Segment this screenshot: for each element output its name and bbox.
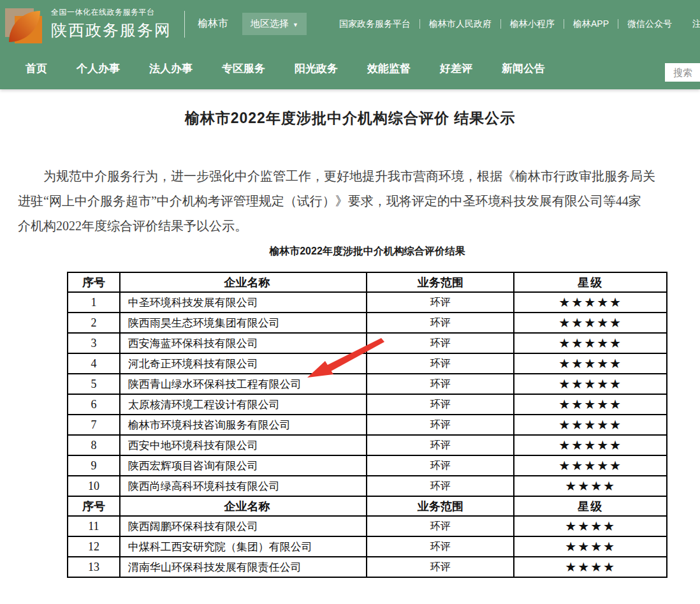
- cell-scope: 环评: [367, 435, 514, 455]
- link-city-government[interactable]: 榆林市人民政府: [429, 18, 492, 30]
- divider: [618, 19, 618, 29]
- cell-scope: 环评: [367, 333, 514, 353]
- table-row: 13渭南华山环保科技发展有限责任公司环评★★★★: [68, 557, 667, 577]
- brand-block: 全国一体化在线政务服务平台 陕西政务服务网: [51, 7, 171, 41]
- table-row: 8西安中地环境科技有限公司环评★★★★★: [68, 435, 667, 455]
- nav-item-rating[interactable]: 好差评: [425, 61, 487, 76]
- column-header-stars: 星级: [514, 272, 667, 292]
- region-select-button[interactable]: 地区选择▼: [242, 13, 307, 35]
- cell-company-name: 陕西宏辉项目咨询有限公司: [120, 455, 367, 476]
- cell-company-name: 中圣环境科技发展有限公司: [120, 292, 367, 313]
- table-row: 5陕西青山绿水环保科技工程有限公司环评★★★★★: [68, 374, 667, 394]
- current-city-label: 榆林市: [198, 17, 228, 31]
- cell-company-name: 太原核清环境工程设计有限公司: [120, 394, 367, 415]
- cell-star-rating: ★★★★: [514, 516, 667, 536]
- column-header-no: 序号: [68, 496, 120, 516]
- cell-company-name: 陕西雨昊生态环境集团有限公司: [120, 313, 367, 333]
- table-row: 6太原核清环境工程设计有限公司环评★★★★★: [68, 394, 667, 415]
- paragraph-line: 为规范中介服务行为，进一步强化中介监管工作，更好地提升我市营商环境，根据《榆林市…: [0, 164, 700, 189]
- cell-company-name: 河北奇正环境科技有限公司: [120, 353, 367, 374]
- cell-star-rating: ★★★★: [514, 476, 667, 496]
- cell-company-name: 陕西阔鹏环保科技有限公司: [120, 516, 367, 536]
- divider: [564, 19, 564, 29]
- rating-table-body: 序号企业名称业务范围星级1中圣环境科技发展有限公司环评★★★★★2陕西雨昊生态环…: [68, 272, 667, 577]
- cell-company-name: 陕西尚绿高科环境科技有限公司: [120, 476, 367, 496]
- vertical-divider: [184, 11, 185, 38]
- cell-row-number: 10: [68, 476, 120, 496]
- paragraph-line: 介机构2022年度综合评价结果予以公示。: [0, 214, 700, 239]
- rating-table: 序号企业名称业务范围星级1中圣环境科技发展有限公司环评★★★★★2陕西雨昊生态环…: [67, 272, 667, 578]
- divider: [419, 19, 420, 29]
- nav-item-corporate-services[interactable]: 法人办事: [135, 61, 207, 76]
- header-top-row: 全国一体化在线政务服务平台 陕西政务服务网 榆林市 地区选择▼ 国家政务服务平台…: [0, 0, 700, 48]
- cell-scope: 环评: [367, 313, 514, 333]
- cell-star-rating: ★★★★★: [514, 455, 667, 476]
- cell-star-rating: ★★★★★: [514, 353, 667, 374]
- chevron-down-icon: ▼: [293, 22, 298, 28]
- table-row: 9陕西宏辉项目咨询有限公司环评★★★★★: [68, 455, 667, 476]
- cell-row-number: 7: [68, 415, 120, 435]
- nav-item-home[interactable]: 首页: [11, 61, 62, 76]
- cell-scope: 环评: [367, 476, 514, 496]
- main-navigation: 首页 个人办事 法人办事 专区服务 阳光政务 效能监督 好差评 新闻公告: [0, 48, 700, 89]
- search-input[interactable]: [665, 63, 700, 82]
- cell-row-number: 1: [68, 292, 120, 313]
- site-name: 陕西政务服务网: [51, 20, 171, 41]
- nav-item-news-announcements[interactable]: 新闻公告: [487, 61, 560, 76]
- cell-scope: 环评: [367, 455, 514, 476]
- table-row: 4河北奇正环境科技有限公司环评★★★★★: [68, 353, 667, 374]
- table-row: 7榆林市环境科技咨询服务有限公司环评★★★★★: [68, 415, 667, 435]
- cell-row-number: 2: [68, 313, 120, 333]
- cell-star-rating: ★★★★★: [514, 292, 667, 313]
- divider: [500, 19, 501, 29]
- cell-row-number: 6: [68, 394, 120, 415]
- table-row: 12中煤科工西安研究院（集团）有限公司环评★★★★: [68, 536, 667, 557]
- cell-star-rating: ★★★★★: [514, 374, 667, 394]
- nav-item-performance-supervision[interactable]: 效能监督: [353, 61, 425, 76]
- column-header-stars: 星级: [514, 496, 667, 516]
- site-logo-icon: [5, 5, 43, 43]
- cell-row-number: 9: [68, 455, 120, 476]
- nav-item-open-government[interactable]: 阳光政务: [280, 61, 353, 76]
- link-national-platform[interactable]: 国家政务服务平台: [339, 18, 411, 30]
- cell-scope: 环评: [367, 415, 514, 435]
- paragraph-line: 进驻“网上中介服务超市”中介机构考评管理规定（试行）》要求，现将评定的中圣环境科…: [0, 189, 700, 214]
- table-row: 2陕西雨昊生态环境集团有限公司环评★★★★★: [68, 313, 667, 333]
- nav-item-special-zone-services[interactable]: 专区服务: [207, 61, 280, 76]
- cell-star-rating: ★★★★★: [514, 435, 667, 455]
- cell-scope: 环评: [367, 292, 514, 313]
- cell-row-number: 11: [68, 516, 120, 536]
- cell-scope: 环评: [367, 536, 514, 557]
- link-mini-program[interactable]: 榆林小程序: [510, 18, 555, 30]
- cell-company-name: 中煤科工西安研究院（集团）有限公司: [120, 536, 367, 557]
- column-header-name: 企业名称: [120, 272, 367, 292]
- cell-star-rating: ★★★★★: [514, 313, 667, 333]
- cell-scope: 环评: [367, 374, 514, 394]
- cell-company-name: 渭南华山环保科技发展有限责任公司: [120, 557, 367, 577]
- cell-row-number: 4: [68, 353, 120, 374]
- cell-company-name: 榆林市环境科技咨询服务有限公司: [120, 415, 367, 435]
- column-header-name: 企业名称: [120, 496, 367, 516]
- cell-star-rating: ★★★★★: [514, 333, 667, 353]
- table-caption: 榆林市2022年度涉批中介机构综合评价结果: [67, 245, 667, 258]
- cell-company-name: 西安海蓝环保科技有限公司: [120, 333, 367, 353]
- header-top-links: 国家政务服务平台 榆林市人民政府 榆林小程序 榆林APP 微信公众号 注册: [339, 18, 700, 30]
- register-link[interactable]: 注册: [692, 18, 700, 30]
- column-header-scope: 业务范围: [367, 496, 514, 516]
- table-header-row: 序号企业名称业务范围星级: [68, 496, 667, 516]
- nav-item-personal-services[interactable]: 个人办事: [62, 61, 135, 76]
- cell-star-rating: ★★★★: [514, 557, 667, 577]
- cell-star-rating: ★★★★: [514, 536, 667, 557]
- cell-row-number: 13: [68, 557, 120, 577]
- column-header-scope: 业务范围: [367, 272, 514, 292]
- link-city-app[interactable]: 榆林APP: [573, 18, 609, 30]
- link-wechat-account[interactable]: 微信公众号: [627, 18, 672, 30]
- region-select-label: 地区选择: [251, 18, 289, 29]
- cell-row-number: 8: [68, 435, 120, 455]
- page: { "header": { "platform_label": "全国一体化在线…: [0, 0, 700, 604]
- cell-company-name: 西安中地环境科技有限公司: [120, 435, 367, 455]
- platform-label: 全国一体化在线政务服务平台: [51, 7, 171, 18]
- cell-star-rating: ★★★★★: [514, 415, 667, 435]
- cell-row-number: 3: [68, 333, 120, 353]
- table-row: 1中圣环境科技发展有限公司环评★★★★★: [68, 292, 667, 313]
